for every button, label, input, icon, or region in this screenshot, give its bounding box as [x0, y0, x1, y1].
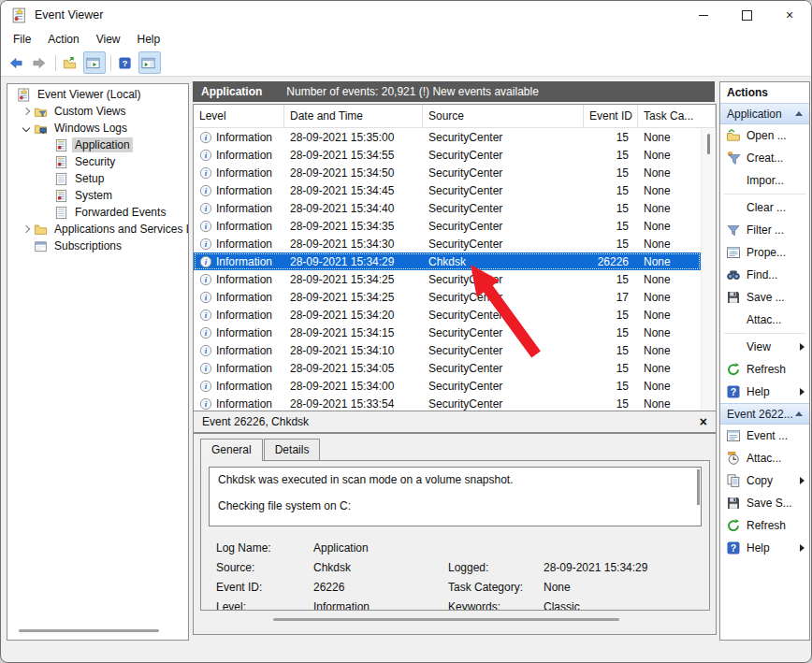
event-row[interactable]: iInformation28-09-2021 15:34:30SecurityC… [194, 235, 701, 252]
column-header[interactable]: Date and Time [284, 105, 423, 127]
event-row[interactable]: iInformation28-09-2021 15:34:29Chkdsk262… [194, 252, 701, 270]
menu-help[interactable]: Help [129, 30, 169, 49]
detail-horizontal-scrollbar[interactable] [273, 618, 619, 621]
tree-horizontal-scrollbar[interactable] [19, 629, 159, 632]
action-open[interactable]: Open ... [720, 124, 809, 147]
action-view[interactable]: View [720, 336, 809, 358]
action-copy[interactable]: Copy [720, 469, 809, 492]
event-level: Information [216, 380, 272, 393]
chevron-collapsed-icon[interactable] [19, 226, 34, 232]
action-prope[interactable]: Prope... [720, 241, 809, 264]
menu-file[interactable]: File [5, 30, 39, 49]
event-id: 15 [584, 149, 638, 162]
tree-item-setup[interactable]: Setup [7, 170, 188, 187]
event-level: Information [216, 362, 272, 375]
maximize-button[interactable] [725, 1, 768, 29]
action-filter[interactable]: Filter ... [720, 219, 809, 241]
tree-item-security[interactable]: Security [7, 153, 188, 170]
tree-item-system[interactable]: System [7, 187, 188, 204]
help-icon: ? [726, 540, 741, 555]
close-button[interactable]: × [768, 1, 811, 29]
tree-item-application[interactable]: Application [7, 137, 188, 153]
table-vertical-scrollbar[interactable] [701, 128, 716, 411]
column-header[interactable]: Event ID [584, 105, 638, 127]
event-row[interactable]: iInformation28-09-2021 15:34:45SecurityC… [194, 181, 701, 199]
event-row[interactable]: iInformation28-09-2021 15:34:55SecurityC… [194, 146, 701, 164]
info-icon: i [199, 344, 212, 357]
chevron-expanded-icon[interactable] [19, 125, 34, 131]
field-value: None [544, 581, 702, 594]
message-scrollbar-thumb[interactable] [697, 469, 700, 505]
scrollbar-thumb[interactable] [707, 134, 710, 154]
console-tree-panel: Event Viewer (Local)Custom ViewsWindows … [7, 83, 189, 641]
event-level: Information [216, 166, 272, 180]
tree-item-forwarded-events[interactable]: Forwarded Events [7, 204, 188, 221]
actions-section-header[interactable]: Application [720, 103, 809, 124]
close-icon: × [786, 7, 793, 22]
action-save[interactable]: Save ... [720, 286, 809, 309]
action-refresh[interactable]: Refresh [720, 358, 809, 381]
tree-item-applications-and-services-lo[interactable]: Applications and Services Lo [7, 221, 188, 238]
icon-placeholder [726, 173, 741, 188]
tab-general[interactable]: General [200, 439, 263, 461]
action-refresh[interactable]: Refresh [720, 514, 809, 537]
info-icon: i [199, 362, 212, 375]
event-row[interactable]: iInformation28-09-2021 15:33:54SecurityC… [194, 395, 701, 411]
find-icon [726, 267, 741, 282]
column-header[interactable]: Source [423, 105, 584, 127]
chevron-collapsed-icon[interactable] [19, 108, 34, 114]
event-viewer-window: Event Viewer × FileActionViewHelp ? Even… [0, 0, 812, 663]
event-row[interactable]: iInformation28-09-2021 15:34:00SecurityC… [194, 377, 701, 395]
tree-item-event-viewer-local-[interactable]: Event Viewer (Local) [7, 86, 188, 103]
event-message-box[interactable]: Chkdsk was executed in scan mode on a vo… [209, 467, 702, 526]
toolbar-forward-arrow-button[interactable] [30, 52, 51, 73]
action-event[interactable]: Event ... [720, 425, 809, 447]
menu-action[interactable]: Action [39, 30, 87, 49]
attach-task-icon [726, 451, 741, 466]
event-id: 17 [584, 291, 638, 304]
action-help[interactable]: ?Help [720, 381, 809, 403]
toolbar-help-button[interactable]: ? [116, 52, 137, 73]
event-row[interactable]: iInformation28-09-2021 15:34:25SecurityC… [194, 270, 701, 288]
action-impor[interactable]: Impor... [720, 169, 809, 192]
event-row[interactable]: iInformation28-09-2021 15:34:35SecurityC… [194, 217, 701, 235]
event-level: Information [216, 309, 272, 322]
event-source: SecurityCenter [423, 309, 584, 322]
event-row[interactable]: iInformation28-09-2021 15:34:15SecurityC… [194, 324, 701, 341]
toolbar-action-pane-button[interactable] [138, 51, 161, 74]
event-row[interactable]: iInformation28-09-2021 15:34:50SecurityC… [194, 164, 701, 181]
tab-details[interactable]: Details [264, 439, 321, 460]
action-creat[interactable]: Creat... [720, 147, 809, 169]
action-attac[interactable]: Attac... [720, 309, 809, 331]
action-attac[interactable]: Attac... [720, 447, 809, 469]
column-header[interactable]: Task Ca... [638, 105, 716, 127]
actions-section-header[interactable]: Event 2622... [720, 403, 809, 425]
collapse-caret-icon [795, 111, 803, 116]
tree-item-windows-logs[interactable]: Windows Logs [7, 120, 188, 137]
toolbar-console-tree-button[interactable] [83, 51, 106, 74]
detail-close-icon[interactable]: × [700, 415, 707, 428]
actions-separator [724, 194, 805, 195]
event-row[interactable]: iInformation28-09-2021 15:34:20SecurityC… [194, 306, 701, 324]
event-level: Information [216, 238, 272, 251]
event-level: Information [216, 397, 272, 411]
tree-item-label: Custom Views [51, 104, 128, 119]
action-save-s[interactable]: Save S... [720, 492, 809, 514]
toolbar-back-arrow-button[interactable] [7, 52, 28, 73]
action-help[interactable]: ?Help [720, 537, 809, 559]
event-row[interactable]: iInformation28-09-2021 15:34:25SecurityC… [194, 288, 701, 306]
toolbar-open-saved-log-button[interactable] [61, 52, 81, 73]
action-find[interactable]: Find... [720, 264, 809, 286]
filter-icon [726, 223, 741, 238]
event-row[interactable]: iInformation28-09-2021 15:34:05SecurityC… [194, 359, 701, 377]
tree-item-custom-views[interactable]: Custom Views [7, 103, 188, 120]
action-clear[interactable]: Clear ... [720, 196, 809, 219]
menu-view[interactable]: View [88, 30, 129, 49]
event-row[interactable]: iInformation28-09-2021 15:35:00SecurityC… [194, 128, 701, 146]
event-row[interactable]: iInformation28-09-2021 15:34:10SecurityC… [194, 341, 701, 359]
minimize-button[interactable] [682, 1, 725, 29]
tree-item-subscriptions[interactable]: Subscriptions [7, 238, 188, 254]
column-header[interactable]: Level [194, 105, 284, 127]
event-row[interactable]: iInformation28-09-2021 15:34:40SecurityC… [194, 199, 701, 217]
tree-item-label: Setup [72, 171, 107, 186]
